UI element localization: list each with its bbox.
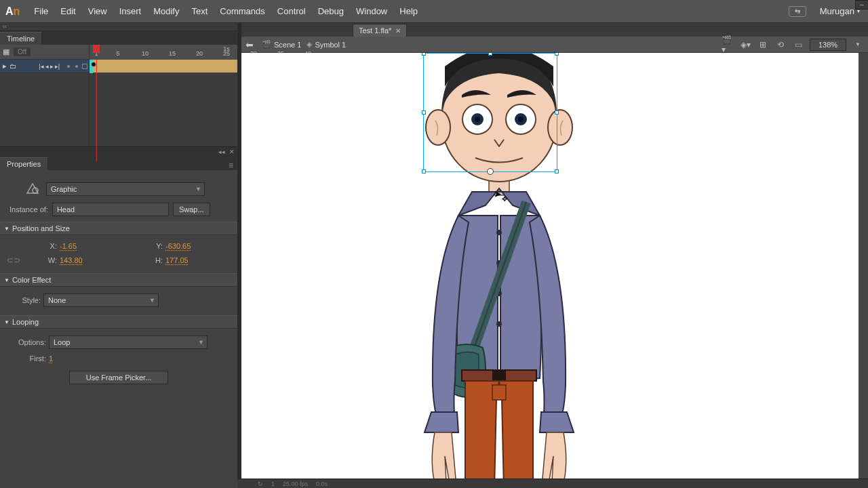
- menu-edit[interactable]: Edit: [54, 6, 81, 16]
- sync-settings-icon[interactable]: ⇆: [789, 6, 806, 17]
- instance-type-dropdown[interactable]: Graphic▼: [46, 182, 205, 196]
- panel-menu-icon[interactable]: ≡: [224, 161, 237, 170]
- properties-panel: ◂◂✕ Properties≡ Graphic▼ Instance of: He…: [0, 147, 237, 488]
- loop-options-label: Options:: [7, 338, 46, 346]
- menubar: An File Edit View Insert Modify Text Com…: [0, 0, 868, 23]
- menu-view[interactable]: View: [82, 6, 113, 16]
- timeline-status: ↻ 1 25.00 fps 0.0s: [237, 479, 868, 488]
- timeline-tab[interactable]: Timeline: [0, 32, 42, 45]
- instance-name-field[interactable]: Head: [52, 203, 169, 216]
- playhead-icon[interactable]: [93, 45, 100, 53]
- center-stage-icon[interactable]: ⊞: [757, 39, 769, 51]
- menu-text[interactable]: Text: [185, 6, 214, 16]
- symbol-crumb[interactable]: ◈Symbol 1: [307, 40, 346, 49]
- svg-point-14: [496, 321, 502, 327]
- ruler-tick: 15: [169, 50, 176, 57]
- menu-file[interactable]: File: [28, 6, 54, 16]
- layer-folder-icon: 🗀: [9, 62, 19, 70]
- y-value[interactable]: -630.65: [165, 242, 206, 250]
- menu-debug[interactable]: Debug: [312, 6, 350, 16]
- menu-modify[interactable]: Modify: [147, 6, 185, 16]
- ruler-tick: 10: [142, 50, 149, 57]
- ruler-tick: 5: [116, 50, 119, 57]
- svg-rect-16: [492, 370, 506, 381]
- loop-first-value[interactable]: 1: [49, 354, 90, 363]
- color-style-dropdown[interactable]: None▼: [43, 293, 159, 307]
- document-tab[interactable]: Test 1.fla*✕: [353, 24, 407, 37]
- swap-button[interactable]: Swap...: [173, 203, 210, 216]
- w-label: W:: [23, 256, 57, 264]
- section-looping[interactable]: ▼Looping: [0, 315, 237, 329]
- x-value[interactable]: -1.65: [60, 242, 100, 250]
- menu-window[interactable]: Window: [350, 6, 393, 16]
- back-arrow-icon[interactable]: ⬅: [245, 39, 256, 50]
- close-icon[interactable]: ✕: [395, 27, 401, 35]
- loop-playback-icon[interactable]: ↻: [258, 481, 263, 487]
- scene-crumb[interactable]: 🎬Scene 1: [262, 40, 301, 49]
- scene-icon: 🎬: [262, 40, 271, 49]
- lock-aspect-icon[interactable]: ⊂⊃: [7, 256, 18, 265]
- edit-bar: ⬅ 🎬Scene 1 ◈Symbol 1 🎬▾ ◈▾ ⊞ ⟲ ▭ 138% ▼: [241, 37, 868, 53]
- layer-row[interactable]: ▸ 🗀 |◂ ◂ ▸ ▸|: [0, 60, 89, 73]
- restore-window-icon[interactable]: –: [855, 0, 868, 9]
- w-value[interactable]: 143.80: [60, 256, 100, 264]
- loop-first-label: First:: [7, 354, 46, 363]
- zoom-field[interactable]: 138%: [810, 39, 846, 51]
- frames-area[interactable]: [90, 60, 237, 146]
- svg-point-11: [496, 230, 502, 235]
- stage-canvas[interactable]: ➤✥: [241, 53, 859, 479]
- onion-skin-icon[interactable]: ▦: [3, 47, 9, 56]
- playback-next-icon[interactable]: ▸|: [54, 63, 60, 70]
- frame-picker-button[interactable]: Use Frame Picker...: [69, 371, 169, 384]
- menu-control[interactable]: Control: [271, 6, 312, 16]
- playback-prev-icon[interactable]: ◂: [45, 63, 50, 70]
- x-label: X:: [23, 242, 57, 250]
- style-label: Style:: [7, 296, 41, 304]
- section-position-size[interactable]: ▼Position and Size: [0, 222, 237, 235]
- playback-play-icon[interactable]: ▸: [50, 63, 54, 70]
- loop-options-dropdown[interactable]: Loop▼: [49, 336, 208, 349]
- instance-of-label: Instance of:: [9, 205, 48, 214]
- section-color-effect[interactable]: ▼Color Effect: [0, 273, 237, 287]
- h-label: H:: [129, 256, 163, 264]
- edit-scene-icon[interactable]: 🎬▾: [722, 39, 734, 51]
- menu-insert[interactable]: Insert: [113, 6, 148, 16]
- ruler-tick: 20: [196, 50, 203, 57]
- transform-pivot-icon[interactable]: [487, 168, 494, 175]
- app-logo: An: [5, 5, 20, 18]
- collapse-strip[interactable]: ‹‹: [0, 23, 237, 31]
- onion-toggle[interactable]: Off: [14, 47, 31, 56]
- graphic-symbol-icon: [26, 182, 39, 196]
- document-tabbar: Test 1.fla*✕: [241, 23, 868, 37]
- menu-help[interactable]: Help: [393, 6, 424, 16]
- panel-close-icon[interactable]: ✕: [229, 148, 235, 155]
- properties-tab[interactable]: Properties: [0, 157, 48, 170]
- rotate-view-icon[interactable]: ⟲: [774, 39, 787, 51]
- edit-symbol-icon[interactable]: ◈▾: [739, 39, 751, 51]
- timeline-panel: Timeline ▦ Off 👁 🔒 ▢ 1s 1 5: [0, 31, 237, 147]
- selection-bbox[interactable]: [423, 53, 557, 172]
- move-cursor-icon: ➤✥: [494, 188, 507, 199]
- vertical-scrollbar[interactable]: [859, 53, 868, 479]
- zoom-dropdown-icon[interactable]: ▼: [852, 39, 864, 51]
- menu-commands[interactable]: Commands: [214, 6, 271, 16]
- panel-collapse-icon[interactable]: ◂◂: [218, 148, 225, 155]
- ruler-tick: 25: [223, 50, 230, 57]
- symbol-icon: ◈: [307, 40, 312, 49]
- svg-rect-17: [492, 385, 506, 400]
- h-value[interactable]: 177.05: [165, 256, 206, 264]
- clip-content-icon[interactable]: ▭: [792, 39, 804, 51]
- timeline-ruler[interactable]: 1s 1 5 10 15 20 25 30 35 40: [90, 45, 237, 60]
- playback-first-icon[interactable]: |◂: [38, 63, 44, 70]
- y-label: Y:: [129, 242, 163, 250]
